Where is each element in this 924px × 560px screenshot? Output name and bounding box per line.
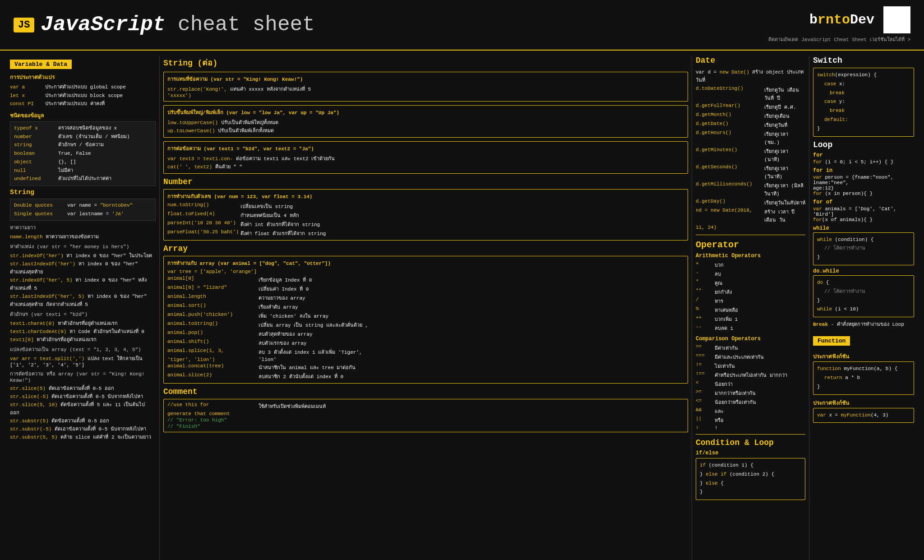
string-replace-box: การแทนที่ข้อความ (var str = "King! Kong!…: [163, 72, 688, 102]
brand-text: brntoDev: [809, 12, 874, 28]
number-title: Number: [163, 177, 688, 186]
case-box: ปรับขึ้นพิมพ์ใหญ่/พิมพ์เล็ก (var low = "…: [163, 105, 688, 138]
switch-default: default:: [817, 116, 910, 125]
string-section-col1: String Double quotesvar name = "borntoDe…: [10, 189, 156, 441]
function-title: Function: [813, 336, 850, 346]
string-length-label: หาความยาว: [10, 223, 156, 231]
qr-code: [883, 6, 910, 33]
string-title: String: [10, 189, 156, 196]
array-title: Array: [163, 244, 688, 253]
switch-casey: case y:: [817, 97, 910, 106]
arith-title: Arithmetic Operators: [696, 253, 805, 259]
if-line1: if (condition 1) {: [700, 461, 801, 470]
call-title: ประกาศฟังก์ชัน: [813, 398, 914, 407]
for-code: for (i = 0; i < 5; i++) { }: [813, 159, 914, 165]
animal-length-label: animal.length: [167, 294, 258, 302]
comment-section: Comment //use this forใช้สำหรับเปิดช่วงพ…: [163, 387, 688, 432]
break-label: Break: [813, 322, 828, 327]
js-badge: JS: [14, 18, 34, 32]
indexof-row: str.indexOf('her') หา index 0 ของ "her" …: [10, 251, 156, 259]
null-row: nullไม่มีค่า: [14, 167, 152, 175]
string-cont-section: String (ต่อ) การแทนที่ข้อความ (var str =…: [163, 56, 688, 174]
concat-box: การต่อข้อความ (var text1 = "b2d", var te…: [163, 141, 688, 174]
charcodeat-row: text1.charCodeAt(0) หา Code ตัวอักษรในตำ…: [10, 327, 156, 335]
slice5-10-row: str.slice(5, 10) ตัดข้อความตั้งที่ 5 และ…: [10, 400, 156, 417]
var-let: let xประกาศตัวแปรแบบ block scope: [10, 92, 156, 100]
header: JS JavaScript cheat sheet brntoDev ติดตา…: [0, 0, 924, 51]
while-title: while: [813, 225, 914, 231]
declaration-title: การประกาศตัวแปร: [10, 73, 156, 81]
animal-pop-label: animal.pop(): [167, 330, 258, 338]
date-create: var d = new Date() สร้าง object ประเภทวั…: [696, 68, 805, 84]
string-char-label: ตัวอักษร (var text1 = "b2d"): [10, 310, 156, 318]
array-ops-box: การทำงานกับ array (var animal = ["dog", …: [163, 256, 688, 384]
animal-slice-label: animal.slice(2): [167, 372, 258, 380]
date-section: Date var d = new Date() สร้าง object ประ…: [696, 56, 805, 230]
number-row: numberตัวเลข (จำนวนเต็ม / ทศนิยม): [14, 133, 152, 141]
if-line2: } else if (condition 2) {: [700, 470, 801, 479]
switch-box: switch(expression) { case x: break case …: [813, 68, 914, 137]
declare-box: function myFunction(a, b) { return a * b…: [813, 361, 914, 394]
replace-line: str.replace('Kong!', แทนคำ xxxxx หลังจาก…: [167, 85, 684, 98]
header-title: JavaScript cheat sheet: [41, 13, 314, 37]
switch-close: }: [817, 125, 910, 134]
brand-row: brntoDev: [809, 6, 910, 33]
animal-shift-label: animal.shift(): [167, 339, 258, 347]
loop-title: Loop: [813, 140, 914, 149]
string-find-label: หาตำแหน่ง (var str = "her money is hers"…: [10, 242, 156, 250]
tofixed-label: float.toFixed(4): [167, 211, 240, 219]
column-1: Variable & Data การประกาศตัวแปร var aประ…: [6, 56, 160, 560]
substr5-5-row: str.substr(5, 5) คล้าย slice แต่คำที่ 2 …: [10, 433, 156, 441]
slice-5-row: str.slice(-5) ตัดเอาข้อความตั้งที่ 0-5 น…: [10, 392, 156, 400]
replace-title: การแทนที่ข้อความ (var str = "King! Kong!…: [167, 75, 684, 83]
string-length-row: name.length หาความยาวของข้อความ: [10, 232, 156, 241]
string-row: stringตัวอักษร / ข้อความ: [14, 141, 152, 149]
column-2: String (ต่อ) การแทนที่ข้อความ (var str =…: [160, 56, 692, 560]
charat-row: text1.charAt(0) หาตัวอักษรที่อยู่ตำแหน่ง…: [10, 319, 156, 327]
concat-line: var text3 = text1.con- ต่อข้อความ text1 …: [167, 154, 684, 171]
array-section: Array การทำงานกับ array (var animal = ["…: [163, 244, 688, 384]
number-ops-box: การทำงานกับตัวเลข (var num = 123, var fl…: [163, 189, 688, 241]
comment-error-label: // "Error: too high": [167, 417, 258, 423]
case-title: ปรับขึ้นพิมพ์ใหญ่/พิมพ์เล็ก (var low = "…: [167, 108, 684, 116]
switch-break1: break: [817, 89, 910, 98]
object-row: object{}, []: [14, 158, 152, 167]
bracket-row: text1[0] หาตัวอักษรที่อยู่ตำแหน่งแรก: [10, 335, 156, 343]
indexof-pos-row: str.indexOf('her', 5) หา index 0 ของ "he…: [10, 276, 156, 292]
tostring-label: num.toString(): [167, 202, 240, 210]
touppercase-row: low.toUpperCase() ปรับเป็นตัวพิมพ์ใหญ่ทั…: [167, 118, 684, 126]
datatype-title: ชนิดของข้อมูล: [10, 111, 156, 120]
lastindexof-row: str.lastIndexOf('her') หา index 0 ของ "h…: [10, 259, 156, 276]
animal-tostring-label: animal.toString(): [167, 321, 258, 329]
typeof-row: typeof xตรวจสอบชนิดข้อมูลของ x: [14, 124, 152, 133]
brand-subtitle: ติดตามอัพเดต JavaScript Cheat Sheet เวอร…: [768, 35, 910, 43]
for-title: for: [813, 152, 914, 158]
break-row: Break - คำสั่งหยุดการทำงานของ Loop: [813, 320, 914, 328]
tolowercase-row: up.toLowerCase() ปรับเป็นตัวพิมพ์เล็กทั้…: [167, 126, 684, 134]
variable-data-section: Variable & Data การประกาศตัวแปร var aประ…: [10, 56, 156, 186]
switch-line1: switch(expression) {: [817, 71, 910, 80]
animal-push-label: animal.push('chicken'): [167, 312, 258, 320]
switch-break2: break: [817, 106, 910, 116]
operator-section: Operator Arithmetic Operators +บวก -ลบ *…: [696, 240, 805, 430]
substr-5-row: str.substr(-5) ตัดเอาข้อความตั้งที่ 0-5 …: [10, 425, 156, 433]
header-brand: brntoDev ติดตามอัพเดต JavaScript Cheat S…: [768, 6, 910, 43]
variable-data-title: Variable & Data: [10, 60, 72, 69]
parsefloat-label: parseFloat('50.25 baht'): [167, 229, 240, 237]
comment-box: //use this forใช้สำหรับเปิดช่วงพิมพ์คอมเ…: [163, 399, 688, 432]
if-line3: } else {: [700, 479, 801, 488]
string-cont-title: String (ต่อ): [163, 56, 688, 69]
animal-sort-label: animal.sort(): [167, 303, 258, 311]
forin-code: var person = {fname:"noon", lname:"nee",…: [813, 175, 914, 196]
dowhile-box: do { // โค้ดการทำงาน } while (i < 10): [813, 275, 914, 317]
forof-code: var animals = ['Dog', 'Cat', 'Bird'] for…: [813, 206, 914, 222]
slice5-row: str.slice(5) ตัดเอาข้อความตั้งที่ 0-5 ออ…: [10, 384, 156, 392]
undefined-row: undefinedตัวแปรที่ไม่ได้ประกาศค่า: [14, 175, 152, 183]
column-3: Date var d = new Date() สร้าง object ประ…: [692, 56, 809, 560]
if-line4: }: [700, 488, 801, 497]
lastindexof-pos-row: str.lastIndexOf('her', 5) หา index 0 ของ…: [10, 292, 156, 308]
forof-title: for of: [813, 199, 914, 205]
var-a: var aประกาศตัวแปรแบบ global scope: [10, 83, 156, 92]
double-quotes: Double quotesvar name = "borntoDev": [14, 201, 152, 210]
operator-title: Operator: [696, 240, 805, 250]
